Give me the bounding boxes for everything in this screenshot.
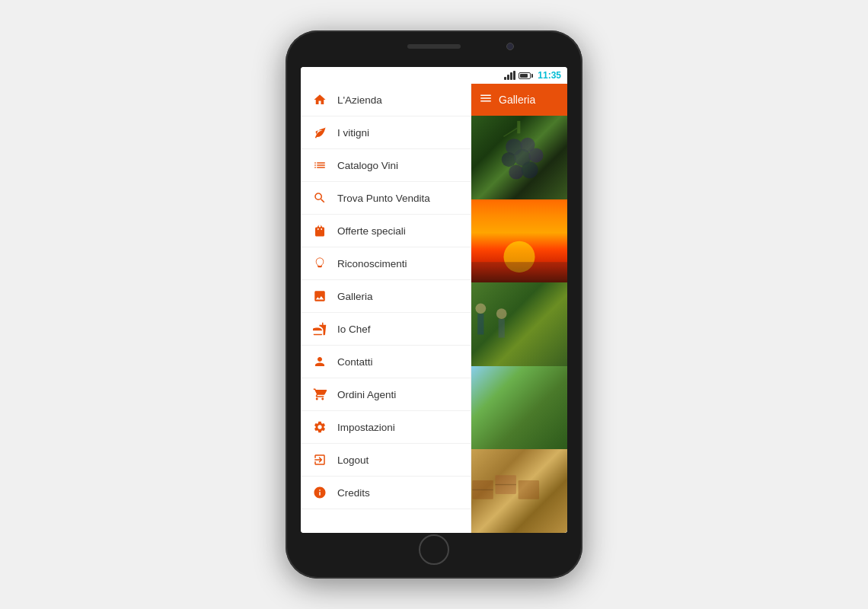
phone-device: 11:35 L'Azienda	[286, 30, 582, 579]
logout-icon	[311, 451, 328, 468]
image-icon	[311, 288, 328, 304]
award-icon	[311, 255, 328, 272]
gallery-image-sunset[interactable]	[471, 199, 567, 283]
menu-label-logout: Logout	[337, 454, 369, 466]
phone-body: 11:35 L'Azienda	[286, 30, 582, 579]
svg-point-4	[528, 148, 543, 162]
menu-label-impostazioni: Impostazioni	[337, 422, 395, 433]
phone-camera	[506, 43, 514, 50]
svg-point-5	[509, 164, 523, 179]
gallery-image-grapes[interactable]	[471, 116, 567, 199]
menu-label-trova: Trova Punto Vendita	[337, 193, 430, 204]
bag-icon	[311, 222, 328, 239]
phone-screen: 11:35 L'Azienda	[301, 67, 567, 533]
gallery-panel: Galleria	[471, 84, 567, 533]
phone-speaker	[407, 44, 461, 49]
menu-item-azienda[interactable]: L'Azienda	[301, 84, 471, 116]
menu-icon	[479, 91, 493, 108]
menu-label-ordini: Ordini Agenti	[337, 389, 396, 400]
gallery-image-field[interactable]	[471, 366, 567, 450]
svg-rect-17	[519, 480, 539, 499]
info-icon	[311, 484, 328, 501]
svg-rect-10	[471, 262, 567, 282]
menu-item-contatti[interactable]: Contatti	[301, 346, 471, 378]
home-icon	[311, 91, 328, 108]
menu-label-vitigni: I vitigni	[337, 127, 369, 139]
gallery-images	[471, 116, 567, 533]
home-button[interactable]	[419, 534, 449, 565]
status-bar: 11:35	[301, 67, 567, 84]
svg-rect-13	[499, 319, 505, 338]
menu-panel: L'Azienda I vitigni Catalo	[301, 84, 471, 533]
svg-point-6	[522, 161, 538, 178]
settings-icon	[311, 419, 328, 435]
cart-icon	[311, 386, 328, 403]
search-icon	[311, 190, 328, 206]
menu-label-catalogo: Catalogo Vini	[337, 160, 398, 171]
menu-item-offerte[interactable]: Offerte speciali	[301, 215, 471, 247]
menu-label-offerte: Offerte speciali	[337, 225, 406, 237]
signal-icon	[504, 71, 515, 80]
menu-label-credits: Credits	[337, 487, 370, 499]
menu-item-logout[interactable]: Logout	[301, 444, 471, 477]
status-time: 11:35	[538, 70, 561, 81]
svg-point-12	[475, 304, 486, 314]
menu-item-impostazioni[interactable]: Impostazioni	[301, 411, 471, 444]
person-icon	[311, 353, 328, 370]
menu-item-chef[interactable]: Io Chef	[301, 313, 471, 346]
menu-item-riconoscimenti[interactable]: Riconoscimenti	[301, 247, 471, 280]
menu-label-chef: Io Chef	[337, 324, 371, 335]
gallery-title: Galleria	[499, 94, 535, 106]
menu-label-azienda: L'Azienda	[337, 94, 382, 106]
gallery-header: Galleria	[471, 84, 567, 116]
menu-label-riconoscimenti: Riconoscimenti	[337, 258, 407, 269]
menu-item-ordini[interactable]: Ordini Agenti	[301, 378, 471, 411]
svg-rect-7	[517, 121, 520, 133]
list-icon	[311, 157, 328, 174]
menu-item-credits[interactable]: Credits	[301, 477, 471, 509]
svg-point-2	[502, 152, 516, 167]
gallery-image-crates[interactable]	[471, 449, 567, 533]
svg-rect-11	[477, 314, 483, 334]
svg-point-14	[496, 308, 507, 319]
battery-icon	[519, 72, 533, 79]
menu-item-vitigni[interactable]: I vitigni	[301, 116, 471, 149]
menu-item-catalogo[interactable]: Catalogo Vini	[301, 149, 471, 182]
gallery-image-workers[interactable]	[471, 282, 567, 366]
menu-label-contatti: Contatti	[337, 356, 373, 368]
screen-content: L'Azienda I vitigni Catalo	[301, 84, 567, 533]
svg-line-8	[503, 128, 517, 136]
leaf-icon	[311, 124, 328, 141]
status-icons: 11:35	[504, 70, 561, 81]
menu-item-trova[interactable]: Trova Punto Vendita	[301, 182, 471, 215]
menu-item-galleria[interactable]: Galleria	[301, 280, 471, 313]
fork-knife-icon	[311, 320, 328, 337]
menu-label-galleria: Galleria	[337, 291, 373, 302]
